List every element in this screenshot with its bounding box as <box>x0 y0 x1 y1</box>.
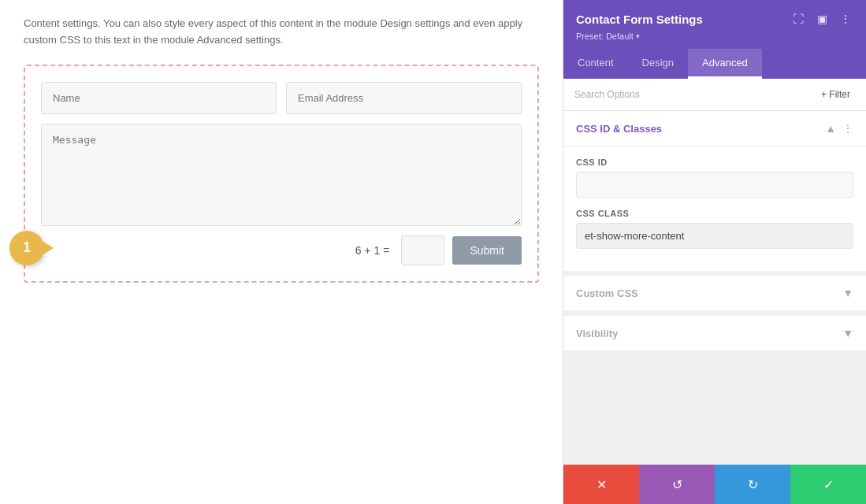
collapse-icon[interactable]: ▲ <box>825 122 836 135</box>
name-input[interactable] <box>41 82 277 114</box>
section-header-icons: ▲ ⋮ <box>825 122 853 135</box>
contact-form-wrapper: 6 + 1 = Submit 1 <box>24 65 539 283</box>
custom-css-section-icons: ▼ <box>842 287 853 299</box>
redo-button[interactable]: ↻ <box>715 465 790 504</box>
visibility-section-icons: ▼ <box>842 327 853 339</box>
panel-title: Contact Form Settings <box>576 13 703 26</box>
form-bottom-row: 6 + 1 = Submit <box>41 235 522 265</box>
panel-body: CSS ID & Classes ▲ ⋮ CSS ID CSS Class Cu… <box>563 111 866 465</box>
split-view-icon[interactable]: ▣ <box>814 11 830 27</box>
captcha-text: 6 + 1 = <box>355 244 390 257</box>
step-badge: 1 <box>9 231 44 265</box>
left-panel: Content settings. You can also style eve… <box>0 0 563 504</box>
captcha-box[interactable] <box>401 235 444 265</box>
submit-button[interactable]: Submit <box>452 236 522 265</box>
custom-css-section: Custom CSS ▼ <box>563 276 866 311</box>
preset-arrow: ▾ <box>636 32 640 40</box>
preset-row[interactable]: Preset: Default ▾ <box>576 32 853 41</box>
visibility-section: Visibility ▼ <box>563 316 866 351</box>
search-bar: Search Options + Filter <box>563 79 866 111</box>
reset-icon: ↺ <box>672 477 682 492</box>
css-id-classes-header[interactable]: CSS ID & Classes ▲ ⋮ <box>563 111 866 146</box>
settings-panel: Contact Form Settings ⛶ ▣ ⋮ Preset: Defa… <box>563 0 866 504</box>
save-icon: ✓ <box>823 477 834 492</box>
panel-header-icons: ⛶ ▣ ⋮ <box>790 11 853 27</box>
message-textarea[interactable] <box>41 124 522 226</box>
section-more-icon[interactable]: ⋮ <box>842 122 853 135</box>
css-id-classes-title: CSS ID & Classes <box>576 123 662 135</box>
css-id-classes-section: CSS ID & Classes ▲ ⋮ CSS ID CSS Class <box>563 111 866 271</box>
css-id-classes-content: CSS ID CSS Class <box>563 146 866 271</box>
tab-advanced[interactable]: Advanced <box>688 49 762 79</box>
css-id-label: CSS ID <box>576 158 853 167</box>
custom-css-header[interactable]: Custom CSS ▼ <box>563 276 866 311</box>
css-class-input[interactable] <box>576 223 853 249</box>
visibility-title: Visibility <box>576 328 618 339</box>
preset-label: Preset: Default <box>576 32 634 41</box>
fullscreen-icon[interactable]: ⛶ <box>790 11 806 27</box>
custom-css-title: Custom CSS <box>576 287 638 299</box>
description-text: Content settings. You can also style eve… <box>24 16 539 49</box>
panel-title-row: Contact Form Settings ⛶ ▣ ⋮ <box>576 11 853 27</box>
css-id-input[interactable] <box>576 172 853 198</box>
visibility-header[interactable]: Visibility ▼ <box>563 316 866 351</box>
cancel-button[interactable]: ✕ <box>563 465 639 504</box>
redo-icon: ↻ <box>748 477 758 492</box>
form-top-row <box>41 82 522 114</box>
filter-button[interactable]: + Filter <box>816 87 855 102</box>
css-class-label: CSS Class <box>576 209 853 218</box>
cancel-icon: ✕ <box>597 477 607 492</box>
expand-custom-css-icon[interactable]: ▼ <box>842 287 853 299</box>
email-input[interactable] <box>286 82 522 114</box>
expand-visibility-icon[interactable]: ▼ <box>842 327 853 339</box>
panel-tabs: Content Design Advanced <box>563 49 866 79</box>
step-number: 1 <box>23 239 31 256</box>
tab-content[interactable]: Content <box>563 49 628 79</box>
reset-button[interactable]: ↺ <box>639 465 715 504</box>
search-options-label: Search Options <box>574 89 640 100</box>
save-button[interactable]: ✓ <box>790 465 866 504</box>
panel-header: Contact Form Settings ⛶ ▣ ⋮ Preset: Defa… <box>563 0 866 49</box>
tab-design[interactable]: Design <box>628 49 688 79</box>
more-options-icon[interactable]: ⋮ <box>838 11 853 27</box>
action-bar: ✕ ↺ ↻ ✓ <box>563 465 866 504</box>
